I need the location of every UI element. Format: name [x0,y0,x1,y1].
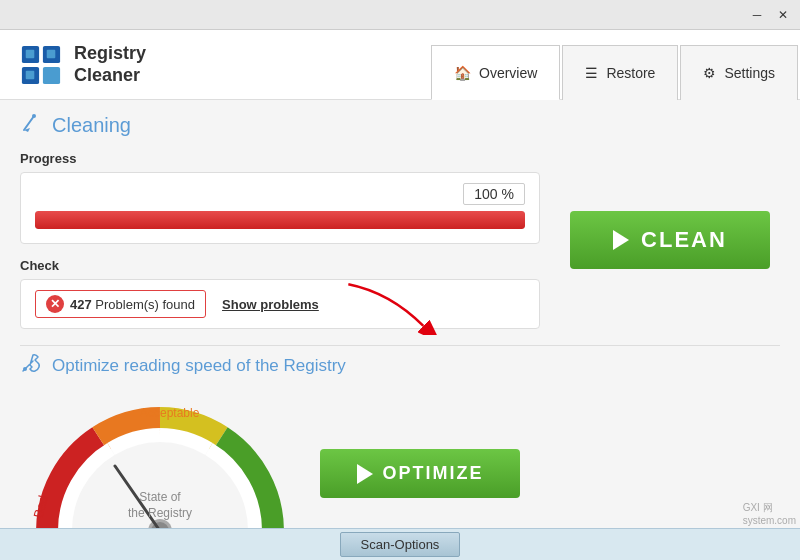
tab-restore[interactable]: ☰ Restore [562,45,678,100]
svg-rect-5 [47,49,56,58]
svg-rect-4 [26,49,35,58]
cleaning-title: Cleaning [52,114,131,137]
tab-restore-label: Restore [606,65,655,81]
progress-header: 100 % [35,183,525,205]
minimize-button[interactable]: ─ [744,4,770,26]
wrench-icon [20,352,42,379]
logo-area: Registry Cleaner [0,43,431,86]
clean-button-label: CLEAN [641,227,727,253]
left-panel: Progress 100 % Check ✕ 427 Problem(s) fo… [20,151,540,329]
content-area: Progress 100 % Check ✕ 427 Problem(s) fo… [0,151,800,339]
svg-point-7 [32,114,36,118]
logo-icon [20,44,62,86]
optimize-header: Optimize reading speed of the Registry [20,352,780,379]
progress-bar-bg [35,211,525,229]
svg-rect-6 [26,70,35,79]
bottom-bar: Scan-Options [0,528,800,560]
main-content: Cleaning Progress 100 % Check ✕ 427 P [0,100,800,560]
cleaning-icon [20,112,42,139]
optimize-section: Optimize reading speed of the Registry [0,352,800,556]
error-icon: ✕ [46,295,64,313]
state-label: State of [139,490,181,504]
progress-container: 100 % [20,172,540,244]
section-divider [20,345,780,346]
progress-label: Progress [20,151,540,166]
restore-icon: ☰ [585,65,598,81]
logo-text: Registry Cleaner [74,43,146,86]
registry-label: the Registry [128,506,192,520]
logo-registry: Registry [74,43,146,65]
show-problems-link[interactable]: Show problems [222,297,319,312]
optimize-title: Optimize reading speed of the Registry [52,356,346,376]
title-bar: ─ ✕ [0,0,800,30]
scan-options-button[interactable]: Scan-Options [340,532,461,557]
check-container: ✕ 427 Problem(s) found Show problems [20,279,540,329]
close-button[interactable]: ✕ [770,4,796,26]
optimize-play-icon [357,464,373,484]
check-label: Check [20,258,540,273]
app-header: Registry Cleaner 🏠 Overview ☰ Restore ⚙ … [0,30,800,100]
nav-tabs: 🏠 Overview ☰ Restore ⚙ Settings [431,30,800,99]
progress-bar-fill [35,211,525,229]
tab-settings-label: Settings [724,65,775,81]
logo-cleaner: Cleaner [74,65,146,87]
right-panel: CLEAN [560,151,780,329]
clean-button[interactable]: CLEAN [570,211,770,269]
gear-icon: ⚙ [703,65,716,81]
svg-point-9 [23,367,27,371]
home-icon: 🏠 [454,65,471,81]
acceptable-label: Acceptable [140,406,200,420]
problems-count: 427 Problem(s) found [70,297,195,312]
tab-settings[interactable]: ⚙ Settings [680,45,798,100]
progress-percent: 100 % [463,183,525,205]
cleaning-section-header: Cleaning [0,100,800,151]
tab-overview-label: Overview [479,65,537,81]
optimize-button-label: OPTIMIZE [383,463,484,484]
optimize-button[interactable]: OPTIMIZE [320,449,520,498]
svg-rect-3 [43,66,60,83]
play-icon [613,230,629,250]
problems-found: ✕ 427 Problem(s) found [35,290,206,318]
tab-overview[interactable]: 🏠 Overview [431,45,560,100]
